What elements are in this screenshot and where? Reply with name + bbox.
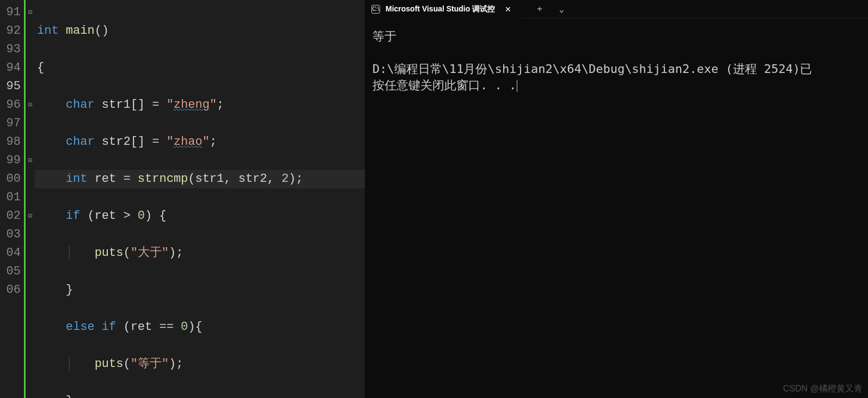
terminal-icon: C:\ (371, 5, 380, 14)
line-number: 93 (0, 40, 21, 59)
terminal-tab-bar: C:\ Microsoft Visual Studio 调试控 ✕ ＋ ⌄ (365, 0, 868, 19)
line-number: 06 (0, 281, 21, 299)
line-number: 92 (0, 22, 21, 40)
chevron-down-icon: ⌄ (559, 4, 564, 15)
code-line: char str2[] = "zhao"; (37, 133, 365, 151)
cursor-icon (517, 80, 517, 92)
code-line-current: int ret = strncmp(str1, str2, 2); (35, 170, 365, 188)
line-number: 04 (0, 244, 21, 262)
new-tab-button[interactable]: ＋ (530, 1, 549, 17)
code-line: } (37, 281, 365, 299)
code-line: int main() (37, 22, 365, 40)
line-number: 99 (0, 151, 21, 170)
close-icon[interactable]: ✕ (500, 3, 516, 16)
code-text-area[interactable]: int main() { char str1[] = "zheng"; char… (35, 0, 365, 398)
tab-dropdown-button[interactable]: ⌄ (552, 1, 571, 17)
line-number: 91 (0, 3, 21, 22)
line-number: 98 (0, 133, 21, 151)
terminal-tab-title: Microsoft Visual Studio 调试控 (386, 4, 495, 14)
code-line: if (ret > 0) { (37, 207, 365, 225)
code-editor[interactable]: 91 92 93 94 95 96 97 98 99 00 01 02 03 0… (0, 0, 365, 398)
code-line: } (37, 392, 365, 398)
terminal-line: D:\编程日常\11月份\shijian2\x64\Debug\shijian2… (372, 62, 812, 76)
line-number: 02 (0, 207, 21, 225)
fold-toggle-icon[interactable]: ⊟ (26, 151, 35, 170)
line-number: 00 (0, 170, 21, 188)
line-number: 01 (0, 188, 21, 207)
line-number: 97 (0, 114, 21, 133)
line-number: 03 (0, 225, 21, 244)
fold-toggle-icon[interactable]: ⊟ (26, 96, 35, 114)
code-line: { (37, 59, 365, 77)
terminal-tab[interactable]: C:\ Microsoft Visual Studio 调试控 ✕ (365, 0, 522, 19)
fold-toggle-icon[interactable]: ⊟ (26, 3, 35, 22)
line-number-current: 95 (0, 77, 21, 96)
line-number: 94 (0, 59, 21, 77)
line-number-gutter: 91 92 93 94 95 96 97 98 99 00 01 02 03 0… (0, 0, 24, 398)
fold-toggle-icon[interactable]: ⊟ (26, 207, 35, 225)
terminal-output[interactable]: 等于 D:\编程日常\11月份\shijian2\x64\Debug\shiji… (365, 19, 868, 398)
terminal-line: 等于 (372, 29, 396, 43)
watermark: CSDN @橘橙黄又青 (783, 383, 863, 395)
code-line: │ puts("大于"); (37, 244, 365, 262)
code-line: char str1[] = "zheng"; (37, 96, 365, 114)
line-number: 96 (0, 96, 21, 114)
code-line: │ puts("等于"); (37, 355, 365, 373)
line-number: 05 (0, 262, 21, 281)
code-line: else if (ret == 0){ (37, 318, 365, 336)
fold-ribbon: ⊟ ⊟ ⊟ ⊟ (24, 0, 35, 398)
terminal-line: 按任意键关闭此窗口. . . (372, 78, 516, 92)
terminal-pane: C:\ Microsoft Visual Studio 调试控 ✕ ＋ ⌄ 等于… (365, 0, 868, 398)
